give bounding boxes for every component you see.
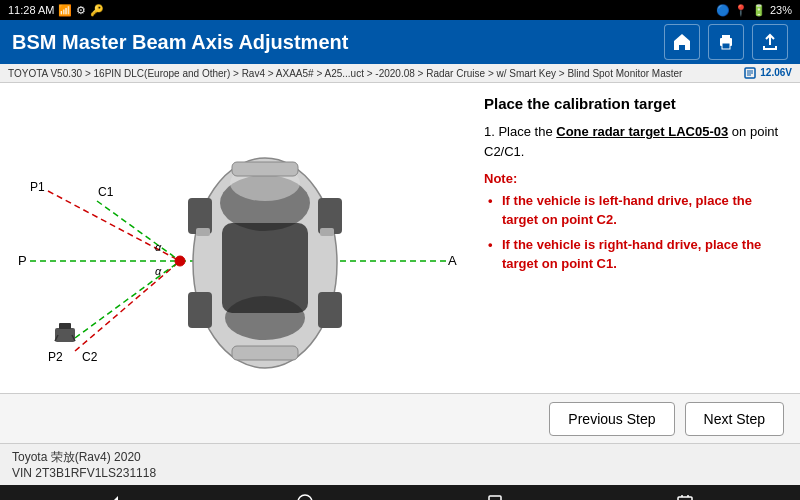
svg-rect-28 — [232, 346, 298, 360]
step-description: 1. Place the Cone radar target LAC05-03 … — [484, 122, 786, 161]
svg-rect-2 — [722, 43, 730, 49]
svg-rect-31 — [188, 292, 212, 328]
instructions-title: Place the calibration target — [484, 95, 786, 112]
export-button[interactable] — [752, 24, 788, 60]
svg-point-21 — [175, 256, 185, 266]
svg-rect-25 — [222, 223, 308, 313]
vehicle-info: Toyota 荣放(Rav4) 2020 VIN 2T3B1RFV1LS2311… — [12, 449, 788, 480]
next-step-button[interactable]: Next Step — [685, 402, 784, 436]
diagram-panel: P A P1 C1 P2 C2 α α — [0, 83, 470, 393]
svg-text:C2: C2 — [82, 350, 98, 364]
system-bar — [0, 485, 800, 500]
key-icon: 🔑 — [90, 4, 104, 17]
svg-text:P: P — [18, 253, 27, 268]
svg-text:C1: C1 — [98, 185, 114, 199]
svg-rect-32 — [318, 292, 342, 328]
bottom-nav: Previous Step Next Step — [0, 393, 800, 443]
battery-icon: 🔋 — [752, 4, 766, 17]
home-button[interactable] — [664, 24, 700, 60]
note-item-rhd: If the vehicle is right-hand drive, plac… — [488, 236, 786, 274]
breadcrumb: TOYOTA V50.30 > 16PIN DLC(Europe and Oth… — [0, 64, 800, 83]
version-label: 12.06V — [744, 67, 792, 79]
svg-text:P1: P1 — [30, 180, 45, 194]
svg-point-40 — [298, 495, 312, 500]
previous-step-button[interactable]: Previous Step — [549, 402, 674, 436]
bluetooth-icon: 🔵 — [716, 4, 730, 17]
extra-icon: ⚙ — [76, 4, 86, 17]
step-number: 1. Place the — [484, 124, 553, 139]
main-content: P A P1 C1 P2 C2 α α — [0, 83, 800, 393]
svg-rect-27 — [232, 162, 298, 176]
screenshot-button[interactable] — [671, 488, 699, 500]
battery-level: 23% — [770, 4, 792, 16]
svg-marker-39 — [112, 496, 118, 500]
svg-rect-34 — [320, 228, 334, 236]
svg-text:P2: P2 — [48, 350, 63, 364]
title-bar-icons — [664, 24, 788, 60]
breadcrumb-path: TOYOTA V50.30 > 16PIN DLC(Europe and Oth… — [8, 68, 682, 79]
status-bar: 11:28 AM 📶 ⚙ 🔑 🔵 📍 🔋 23% — [0, 0, 800, 20]
location-icon: 📍 — [734, 4, 748, 17]
home-system-button[interactable] — [291, 488, 319, 500]
status-bar-left: 11:28 AM 📶 ⚙ 🔑 — [8, 4, 104, 17]
page-title: BSM Master Beam Axis Adjustment — [12, 31, 348, 54]
signal-icon: 📶 — [58, 4, 72, 17]
svg-rect-41 — [489, 496, 501, 500]
print-button[interactable] — [708, 24, 744, 60]
svg-rect-33 — [196, 228, 210, 236]
footer: Toyota 荣放(Rav4) 2020 VIN 2T3B1RFV1LS2311… — [0, 443, 800, 485]
instructions-panel: Place the calibration target 1. Place th… — [470, 83, 800, 393]
time-display: 11:28 AM — [8, 4, 54, 16]
title-bar: BSM Master Beam Axis Adjustment — [0, 20, 800, 64]
back-button[interactable] — [101, 488, 129, 500]
vehicle-name: Toyota 荣放(Rav4) 2020 — [12, 449, 788, 466]
svg-text:α: α — [155, 241, 162, 253]
note-label: Note: — [484, 171, 786, 186]
target-name: Cone radar target LAC05-03 — [556, 124, 728, 139]
note-list: If the vehicle is left-hand drive, place… — [484, 192, 786, 273]
note-item-lhd: If the vehicle is left-hand drive, place… — [488, 192, 786, 230]
svg-text:α: α — [155, 265, 162, 277]
svg-text:A: A — [448, 253, 457, 268]
vin-number: VIN 2T3B1RFV1LS231118 — [12, 466, 788, 480]
svg-rect-36 — [59, 323, 71, 329]
status-bar-right: 🔵 📍 🔋 23% — [716, 4, 792, 17]
svg-rect-1 — [722, 35, 730, 39]
recents-button[interactable] — [481, 488, 509, 500]
